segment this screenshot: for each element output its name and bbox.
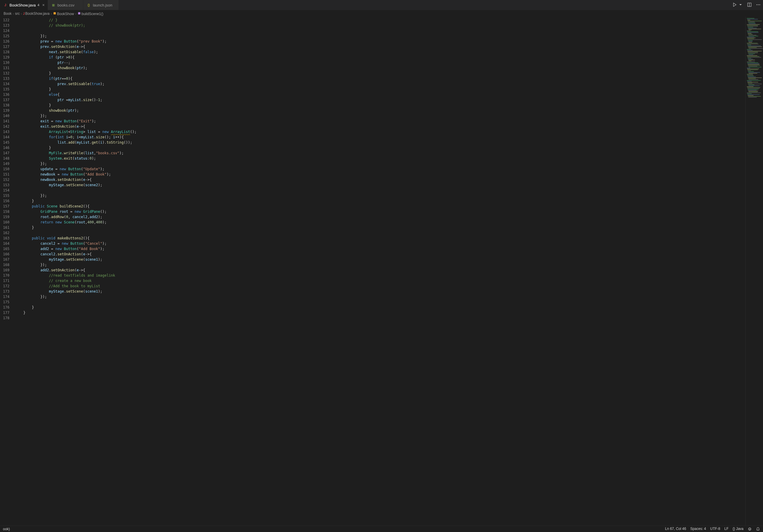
breadcrumb-segment[interactable]: buildScene1() [77, 12, 103, 16]
run-dropdown-icon[interactable] [738, 2, 743, 8]
svg-point-7 [748, 528, 751, 531]
tab-launch-json[interactable]: {}launch.json [83, 0, 119, 10]
java-file-icon: J [3, 3, 8, 7]
breadcrumb-segment[interactable]: JBookShow.java [23, 12, 50, 16]
status-eol[interactable]: LF [724, 527, 728, 531]
code-area[interactable]: // } // showBook(ptr); }); prev = new Bu… [15, 17, 745, 525]
tab-dirty-indicator: 4 [38, 3, 39, 7]
tab-label: launch.json [93, 3, 112, 7]
breadcrumb-segment[interactable]: BookShow [53, 12, 74, 16]
breadcrumb[interactable]: Book›src›JBookShow.java›BookShow›buildSc… [0, 10, 763, 17]
feedback-icon[interactable] [748, 527, 752, 531]
svg-rect-5 [54, 12, 56, 15]
more-actions-icon[interactable] [756, 2, 761, 8]
status-language[interactable]: {} Java [732, 527, 743, 531]
svg-point-3 [758, 4, 759, 5]
chevron-right-icon: › [13, 12, 14, 15]
tab-books-csv[interactable]: ⊞books.csv [48, 0, 83, 10]
tab-label: books.csv [57, 3, 74, 7]
status-encoding[interactable]: UTF-8 [710, 527, 720, 531]
split-editor-icon[interactable] [747, 2, 752, 8]
breadcrumb-segment[interactable]: Book [4, 12, 12, 16]
line-gutter: 122 123 124 125 126 127 128 129 130 131 … [0, 17, 15, 525]
editor[interactable]: 122 123 124 125 126 127 128 129 130 131 … [0, 17, 763, 525]
svg-point-2 [756, 4, 757, 5]
close-icon[interactable]: × [42, 3, 45, 7]
status-cursor[interactable]: Ln 67, Col 46 [665, 527, 686, 531]
svg-point-9 [750, 529, 750, 529]
java-icon: J [23, 12, 25, 15]
method-icon [77, 12, 81, 15]
status-bar: ook) Ln 67, Col 46 Spaces: 4 UTF-8 LF {}… [0, 525, 763, 532]
status-left-text[interactable]: ook) [3, 527, 10, 531]
minimap[interactable] [745, 17, 763, 525]
chevron-right-icon: › [51, 12, 52, 15]
notifications-icon[interactable] [756, 527, 760, 531]
run-icon[interactable] [732, 2, 737, 8]
csv-file-icon: ⊞ [51, 3, 55, 7]
svg-point-4 [759, 4, 760, 5]
svg-point-8 [749, 529, 749, 529]
breadcrumb-segment[interactable]: src [15, 12, 20, 16]
status-spaces[interactable]: Spaces: 4 [690, 527, 706, 531]
tab-bar: JBookShow.java4×⊞books.csv{}launch.json [0, 0, 763, 10]
chevron-right-icon: › [75, 12, 76, 15]
tab-actions [730, 0, 763, 10]
json-file-icon: {} [86, 3, 91, 7]
chevron-right-icon: › [21, 12, 22, 15]
tab-label: BookShow.java [9, 3, 36, 7]
class-icon [53, 12, 56, 15]
tab-bookshow-java[interactable]: JBookShow.java4× [0, 0, 48, 10]
svg-rect-6 [78, 12, 80, 15]
